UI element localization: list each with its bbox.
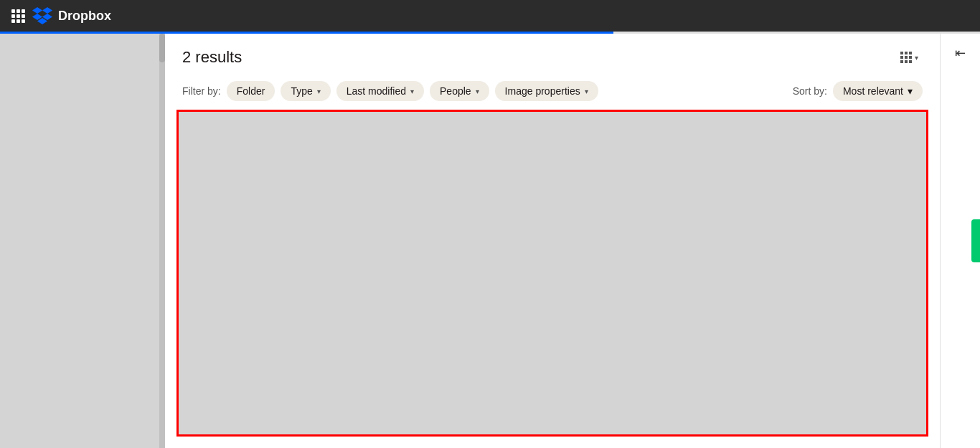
dropbox-logo[interactable]: Dropbox <box>32 7 111 24</box>
type-chevron-icon: ▾ <box>317 87 321 95</box>
type-filter-label: Type <box>291 85 312 97</box>
people-filter-label: People <box>440 85 471 97</box>
grid-view-button[interactable]: ▾ <box>896 49 923 66</box>
apps-grid-icon[interactable] <box>11 9 25 23</box>
people-filter-button[interactable]: People ▾ <box>430 81 489 101</box>
results-area <box>176 110 928 437</box>
filter-bar: Filter by: Folder Type ▾ Last modified ▾… <box>165 75 940 110</box>
green-tab[interactable] <box>971 219 980 262</box>
sidebar-scrollbar[interactable] <box>159 34 165 448</box>
folder-filter-button[interactable]: Folder <box>227 81 275 101</box>
collapse-panel-icon[interactable]: ⇤ <box>955 45 966 61</box>
sort-value-label: Most relevant <box>843 85 903 97</box>
grid-view-icon <box>900 52 912 63</box>
people-chevron-icon: ▾ <box>476 87 479 95</box>
sort-section: Sort by: Most relevant ▾ <box>793 81 923 101</box>
topbar: Dropbox <box>0 0 980 32</box>
image-properties-filter-label: Image properties <box>505 85 580 97</box>
sidebar <box>0 34 165 448</box>
last-modified-filter-button[interactable]: Last modified ▾ <box>336 81 424 101</box>
image-properties-filter-button[interactable]: Image properties ▾ <box>495 81 598 101</box>
content-header: 2 results ▾ <box>165 34 940 75</box>
image-properties-chevron-icon: ▾ <box>585 87 588 95</box>
type-filter-button[interactable]: Type ▾ <box>281 81 330 101</box>
main-layout: 2 results ▾ Filter by: Folder Type ▾ <box>0 34 980 448</box>
sort-by-label: Sort by: <box>793 85 827 97</box>
sort-chevron-icon: ▾ <box>908 85 913 97</box>
view-chevron-icon: ▾ <box>915 54 918 62</box>
app-name-label: Dropbox <box>58 9 111 24</box>
right-panel: ⇤ <box>940 34 980 448</box>
view-controls: ▾ <box>896 49 923 66</box>
filter-by-label: Filter by: <box>182 85 221 97</box>
sort-button[interactable]: Most relevant ▾ <box>833 81 923 101</box>
scrollbar-thumb <box>159 34 165 62</box>
last-modified-filter-label: Last modified <box>347 85 406 97</box>
last-modified-chevron-icon: ▾ <box>410 87 414 95</box>
results-title: 2 results <box>182 48 242 67</box>
content-area: 2 results ▾ Filter by: Folder Type ▾ <box>165 34 940 448</box>
